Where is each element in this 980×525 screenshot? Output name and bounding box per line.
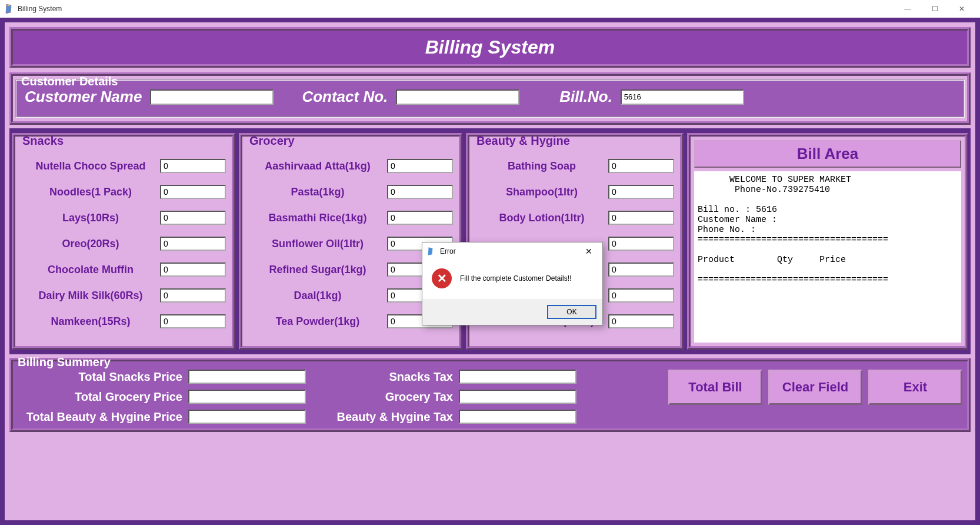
snacks-item-input[interactable] — [160, 185, 226, 199]
grocery-item-label: Pasta(1kg) — [248, 186, 387, 198]
exit-button[interactable]: Exit — [868, 370, 962, 405]
snacks-item-row: Nutella Choco Spread — [21, 159, 226, 173]
app-icon — [5, 4, 14, 14]
grocery-item-label: Refined Sugar(1kg) — [248, 264, 387, 276]
snacks-legend: Snacks — [21, 134, 65, 148]
billing-summary: Billing Summery Total Snacks PriceSnacks… — [9, 358, 971, 432]
snacks-item-input[interactable] — [160, 262, 226, 277]
bill-area-title: Bill Area — [694, 140, 961, 168]
beauty-legend: Beauty & Hygine — [475, 134, 571, 148]
customer-legend: Customer Details — [20, 75, 119, 88]
grocery-item-label: Aashirvaad Atta(1kg) — [248, 160, 387, 172]
beauty-item-label: Shampoo(1ltr) — [475, 186, 608, 198]
summary-price-label: Total Snacks Price — [18, 370, 182, 384]
snacks-item-input[interactable] — [160, 314, 226, 328]
snacks-panel: Snacks Nutella Choco SpreadNoodles(1 Pac… — [12, 133, 235, 350]
total-bill-button[interactable]: Total Bill — [668, 370, 762, 405]
snacks-item-input[interactable] — [160, 288, 226, 303]
contact-no-label: Contact No. — [302, 88, 388, 106]
clear-field-button[interactable]: Clear Field — [768, 370, 862, 405]
snacks-item-input[interactable] — [160, 237, 226, 251]
dialog-close-button[interactable]: ✕ — [580, 247, 598, 256]
beauty-item-input[interactable] — [608, 262, 674, 277]
snacks-item-row: Chocolate Muffin — [21, 262, 226, 277]
maximize-button[interactable]: ☐ — [921, 0, 948, 18]
grocery-item-row: Pasta(1kg) — [248, 185, 453, 199]
beauty-item-input[interactable] — [608, 288, 674, 303]
summary-tax-label: Snacks Tax — [312, 370, 453, 384]
snacks-item-label: Nutella Choco Spread — [21, 160, 160, 172]
banner: Billing System — [9, 27, 971, 68]
summary-legend: Billing Summery — [16, 355, 112, 369]
beauty-item-label: Bathing Soap — [475, 160, 608, 172]
snacks-item-label: Namkeen(15Rs) — [21, 315, 160, 328]
window-title: Billing System — [18, 5, 62, 13]
summary-tax-input[interactable] — [459, 370, 576, 384]
snacks-item-label: Lays(10Rs) — [21, 212, 160, 224]
snacks-item-row: Oreo(20Rs) — [21, 237, 226, 251]
grocery-item-row: Basmathi Rice(1kg) — [248, 211, 453, 225]
snacks-item-row: Lays(10Rs) — [21, 211, 226, 225]
contact-no-input[interactable] — [396, 89, 519, 105]
snacks-item-label: Chocolate Muffin — [21, 264, 160, 276]
summary-tax-input[interactable] — [459, 410, 576, 424]
grocery-item-input[interactable] — [387, 159, 453, 173]
snacks-item-input[interactable] — [160, 211, 226, 225]
customer-section: Customer Details Customer Name Contact N… — [9, 72, 971, 125]
beauty-item-row: Body Lotion(1ltr) — [475, 211, 674, 225]
customer-name-label: Customer Name — [25, 88, 142, 106]
banner-title: Billing System — [19, 36, 961, 58]
snacks-item-row: Namkeen(15Rs) — [21, 314, 226, 328]
beauty-item-input[interactable] — [608, 185, 674, 199]
beauty-item-label: Body Lotion(1ltr) — [475, 212, 608, 224]
summary-price-input[interactable] — [188, 390, 306, 404]
beauty-item-input[interactable] — [608, 314, 674, 328]
grocery-item-label: Sunflower Oil(1ltr) — [248, 238, 387, 250]
grocery-item-label: Daal(1kg) — [248, 290, 387, 302]
bill-text: WELCOME TO SUPER MARKET Phone-No.7392754… — [694, 171, 961, 343]
snacks-item-label: Dairy Milk Silk(60Rs) — [21, 290, 160, 302]
customer-name-input[interactable] — [150, 89, 274, 105]
dialog-app-icon — [427, 247, 436, 256]
summary-price-input[interactable] — [188, 410, 306, 424]
grocery-item-label: Tea Powder(1kg) — [248, 315, 387, 328]
snacks-item-label: Noodles(1 Pack) — [21, 186, 160, 198]
snacks-item-input[interactable] — [160, 159, 226, 173]
minimize-button[interactable]: — — [894, 0, 921, 18]
summary-price-input[interactable] — [188, 370, 306, 384]
dialog-title: Error — [440, 247, 456, 255]
summary-tax-label: Beauty & Hygine Tax — [312, 410, 453, 424]
bill-area-panel: Bill Area WELCOME TO SUPER MARKET Phone-… — [687, 133, 968, 350]
summary-price-label: Total Grocery Price — [18, 390, 182, 404]
beauty-item-row: Shampoo(1ltr) — [475, 185, 674, 199]
error-dialog: Error ✕ ✕ Fill the complete Customer Det… — [422, 242, 603, 325]
beauty-item-row: Bathing Soap — [475, 159, 674, 173]
grocery-item-input[interactable] — [387, 185, 453, 199]
beauty-item-input[interactable] — [608, 159, 674, 173]
summary-tax-label: Grocery Tax — [312, 390, 453, 404]
close-button[interactable]: ✕ — [948, 0, 975, 18]
error-icon: ✕ — [432, 268, 452, 288]
grocery-legend: Grocery — [248, 134, 296, 148]
summary-tax-input[interactable] — [459, 390, 576, 404]
snacks-item-label: Oreo(20Rs) — [21, 238, 160, 250]
dialog-ok-button[interactable]: OK — [547, 305, 596, 319]
dialog-message: Fill the complete Customer Details!! — [460, 274, 571, 283]
summary-price-label: Total Beauty & Hygine Price — [18, 410, 182, 424]
grocery-item-label: Basmathi Rice(1kg) — [248, 212, 387, 224]
snacks-item-row: Dairy Milk Silk(60Rs) — [21, 288, 226, 303]
grocery-item-row: Aashirvaad Atta(1kg) — [248, 159, 453, 173]
beauty-item-input[interactable] — [608, 237, 674, 251]
titlebar: Billing System — ☐ ✕ — [0, 0, 980, 18]
grocery-item-input[interactable] — [387, 211, 453, 225]
bill-no-label: Bill.No. — [559, 88, 612, 106]
bill-no-input[interactable] — [621, 89, 744, 105]
beauty-item-input[interactable] — [608, 211, 674, 225]
snacks-item-row: Noodles(1 Pack) — [21, 185, 226, 199]
